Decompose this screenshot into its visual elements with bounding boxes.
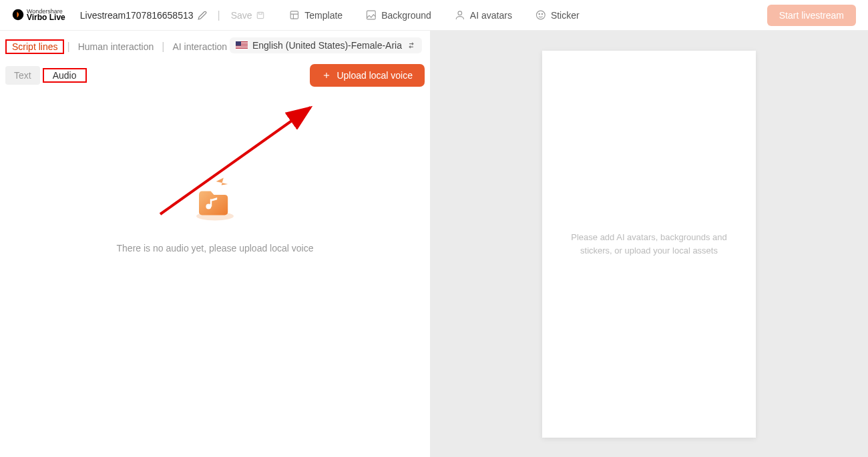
annotation-highlight-audio: Audio [43,68,87,83]
tab-script-lines[interactable]: Script lines [7,39,63,55]
start-livestream-button[interactable]: Start livestream [767,5,856,26]
svg-point-8 [539,13,539,14]
nav-background-label: Background [381,10,431,21]
upload-local-voice-button[interactable]: Upload local voice [310,64,425,87]
upload-label: Upload local voice [337,70,413,81]
tab-audio[interactable]: Audio [44,66,85,85]
nav-background[interactable]: Background [365,9,431,21]
save-label: Save [231,10,252,21]
brand-bottom: Virbo Live [27,14,65,21]
save-button: Save [231,10,265,21]
canvas-placeholder-text: Please add AI avatars, backgrounds and s… [558,231,740,257]
empty-state-text: There is no audio yet, please upload loc… [5,243,425,254]
svg-rect-16 [236,49,248,49]
header-divider: | [218,9,220,21]
app-header: Wondershare Virbo Live Livestream1707816… [0,0,868,31]
secondary-tabs: Text Audio [5,66,87,85]
tab-separator: | [162,41,164,53]
main-content: Script lines | Human interaction | AI in… [0,31,868,457]
brand-text: Wondershare Virbo Live [27,9,65,21]
svg-rect-1 [257,12,263,18]
nav-ai-avatars[interactable]: AI avatars [454,9,512,21]
svg-point-6 [458,11,462,15]
avatar-icon [454,9,465,21]
svg-rect-17 [236,41,241,46]
nav-sticker-label: Sticker [551,10,580,21]
left-panel: Script lines | Human interaction | AI in… [0,31,430,457]
tab-ai-interaction[interactable]: AI interaction [167,39,232,55]
svg-rect-24 [210,199,212,206]
nav-sticker[interactable]: Sticker [535,9,580,21]
svg-rect-15 [236,47,248,48]
svg-rect-14 [236,46,248,47]
secondary-tabs-row: Text Audio Upload local voice [5,64,425,87]
svg-point-7 [536,11,545,19]
save-icon [256,11,265,20]
nav-template-label: Template [304,10,343,21]
stream-name-text: Livestream1707816658513 [80,10,194,21]
nav-template[interactable]: Template [288,9,343,21]
header-nav: Template Background AI avatars Sticker [288,9,579,21]
empty-state: There is no audio yet, please upload loc… [5,173,425,254]
plus-icon [322,71,331,80]
brand-logo: Wondershare Virbo Live [12,9,65,21]
language-selector[interactable]: English (United States)-Female-Aria [230,37,422,53]
audio-folder-icon [188,173,242,227]
preview-canvas[interactable]: Please add AI avatars, backgrounds and s… [542,51,756,438]
virbo-logo-icon [12,9,24,21]
annotation-highlight-script-lines: Script lines [5,39,64,54]
svg-point-9 [541,13,542,14]
tab-human-interaction[interactable]: Human interaction [73,39,160,55]
sticker-icon [535,9,546,21]
template-icon [288,9,300,21]
nav-avatars-label: AI avatars [470,10,512,21]
svg-rect-2 [290,11,298,19]
stream-name[interactable]: Livestream1707816658513 [80,10,207,21]
background-icon [365,9,377,21]
language-label: English (United States)-Female-Aria [252,40,402,51]
preview-panel: Please add AI avatars, backgrounds and s… [430,31,868,457]
tab-separator: | [67,41,69,53]
swap-icon [407,41,416,50]
tab-text[interactable]: Text [5,66,40,85]
us-flag-icon [236,41,248,49]
edit-icon[interactable] [198,11,207,20]
